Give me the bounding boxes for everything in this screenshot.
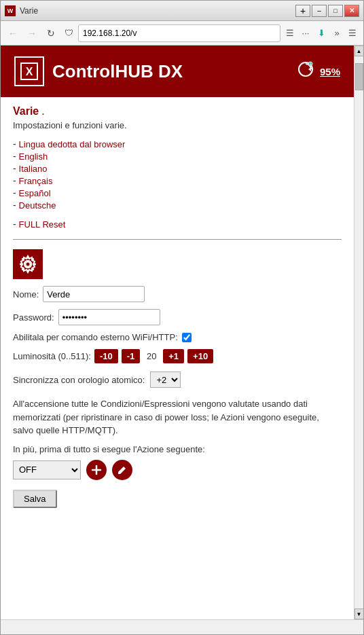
shield-icon: 🛡	[62, 26, 75, 40]
link-item: Deutsche	[13, 200, 342, 211]
page-title-row: Varie .	[13, 105, 342, 117]
header-left: X ControlHUB DX	[14, 56, 183, 86]
link-item: Français	[13, 175, 342, 186]
lum-plus10-button[interactable]: +10	[187, 349, 213, 363]
download-icon[interactable]: ⬇	[314, 26, 328, 40]
window-controls: + – □ ✕	[295, 5, 359, 17]
link-item: English	[13, 151, 342, 162]
full-reset-link[interactable]: FULL Reset	[19, 219, 66, 230]
page-title: Varie	[13, 105, 39, 117]
lum-plus1-button[interactable]: +1	[163, 349, 184, 363]
header-right: + 95%	[297, 60, 340, 82]
scroll-up-button[interactable]: ▲	[354, 46, 364, 56]
wifi-checkbox-row: Abilitala per comando esterno WiFi/HTTP:	[13, 332, 342, 342]
sync-label: Sincronizza con orologio atomico:	[13, 375, 145, 385]
wifi-label: Abilitala per comando esterno WiFi/HTTP:	[13, 332, 178, 342]
page-body: Varie . Impostazioni e funzioni varie. L…	[1, 97, 354, 519]
link-item: Italiano	[13, 163, 342, 174]
wifi-checkbox[interactable]	[182, 333, 192, 342]
title-bar: W Varie + – □ ✕	[1, 1, 363, 21]
lang-link-english[interactable]: English	[19, 151, 48, 162]
new-tab-button[interactable]: +	[295, 5, 310, 17]
reader-icon[interactable]: ☰	[283, 26, 297, 40]
sync-select[interactable]: +2 +1 0 -1	[150, 371, 181, 388]
maximize-button[interactable]: □	[328, 5, 343, 17]
password-field-row: Password:	[13, 309, 342, 325]
page-subtitle: Impostazioni e funzioni varie.	[13, 120, 342, 130]
back-button[interactable]: ←	[5, 25, 21, 41]
password-input[interactable]	[58, 309, 160, 325]
refresh-svg: +	[297, 60, 314, 78]
language-links: Lingua dedotta dal browser English Itali…	[13, 139, 342, 211]
scroll-down-button[interactable]: ▼	[354, 609, 364, 619]
lum-value: 20	[143, 351, 160, 361]
address-icons: ☰ ··· ⬇ » ☰	[283, 26, 359, 40]
nome-input[interactable]	[43, 286, 145, 302]
lum-minus1-button[interactable]: -1	[122, 349, 141, 363]
lum-minus10-button[interactable]: -10	[94, 349, 118, 363]
app-icon: W	[5, 5, 16, 16]
nome-field-row: Nome:	[13, 286, 342, 302]
save-button[interactable]: Salva	[13, 490, 57, 508]
svg-rect-11	[20, 264, 22, 266]
gear-svg	[18, 255, 37, 274]
content-area: X ControlHUB DX +	[1, 46, 363, 619]
header-logo: X	[14, 56, 44, 86]
reload-button[interactable]: ↻	[43, 25, 59, 41]
lang-link-browser[interactable]: Lingua dedotta dal browser	[19, 139, 126, 149]
luminosity-row: Luminosità (0..511): -10 -1 20 +1 +10	[13, 349, 342, 363]
action-select[interactable]: OFF ON Custom	[13, 460, 81, 479]
lang-link-italiano[interactable]: Italiano	[19, 164, 48, 174]
link-item: Lingua dedotta dal browser	[13, 139, 342, 149]
address-bar: ← → ↻ 🛡 ☰ ··· ⬇ » ☰	[1, 21, 363, 46]
lang-link-deutsche[interactable]: Deutsche	[19, 200, 56, 211]
refresh-icon[interactable]: +	[297, 60, 314, 82]
action-row: OFF ON Custom	[13, 460, 342, 480]
action-edit-button[interactable]	[112, 460, 132, 480]
svg-rect-12	[33, 264, 36, 266]
settings-icon	[13, 249, 43, 279]
svg-text:X: X	[26, 66, 33, 77]
lang-link-espanol[interactable]: Español	[19, 188, 51, 198]
status-bar	[1, 619, 363, 634]
logo-icon: X	[20, 62, 39, 81]
app-header: X ControlHUB DX +	[1, 46, 354, 97]
scrollbar: ▲ ▼	[354, 46, 363, 619]
header-title: ControlHUB DX	[52, 61, 183, 82]
info-text: All'accensione tutte le Condizioni/Espre…	[13, 397, 342, 437]
svg-rect-9	[27, 256, 29, 259]
scroll-track[interactable]	[354, 56, 364, 609]
scroll-thumb[interactable]	[355, 63, 363, 90]
luminosity-label: Luminosità (0..511):	[13, 351, 91, 361]
minimize-button[interactable]: –	[312, 5, 327, 17]
svg-marker-3	[308, 67, 311, 71]
svg-text:+: +	[309, 62, 312, 67]
svg-point-8	[26, 263, 30, 266]
progress-text: 95%	[320, 66, 340, 77]
address-input[interactable]	[78, 24, 280, 42]
pencil-icon	[117, 465, 128, 475]
svg-rect-10	[27, 270, 29, 272]
more-icon[interactable]: ···	[299, 26, 312, 40]
page-content: X ControlHUB DX +	[1, 46, 354, 619]
extend-icon[interactable]: »	[330, 26, 344, 40]
plus-icon	[91, 465, 102, 475]
forward-button[interactable]: →	[24, 25, 40, 41]
action-label: In più, prima di tutto si esegue l'Azion…	[13, 444, 342, 454]
section-divider	[13, 239, 342, 240]
menu-icon[interactable]: ☰	[346, 26, 359, 40]
close-button[interactable]: ✕	[344, 5, 359, 17]
title-dot: .	[41, 105, 44, 117]
action-add-button[interactable]	[86, 460, 107, 480]
sync-row: Sincronizza con orologio atomico: +2 +1 …	[13, 371, 342, 388]
window-title: Varie	[20, 6, 295, 16]
lang-link-francais[interactable]: Français	[19, 176, 53, 186]
nome-label: Nome:	[13, 289, 39, 300]
link-item: Español	[13, 187, 342, 198]
password-label: Password:	[13, 312, 54, 323]
